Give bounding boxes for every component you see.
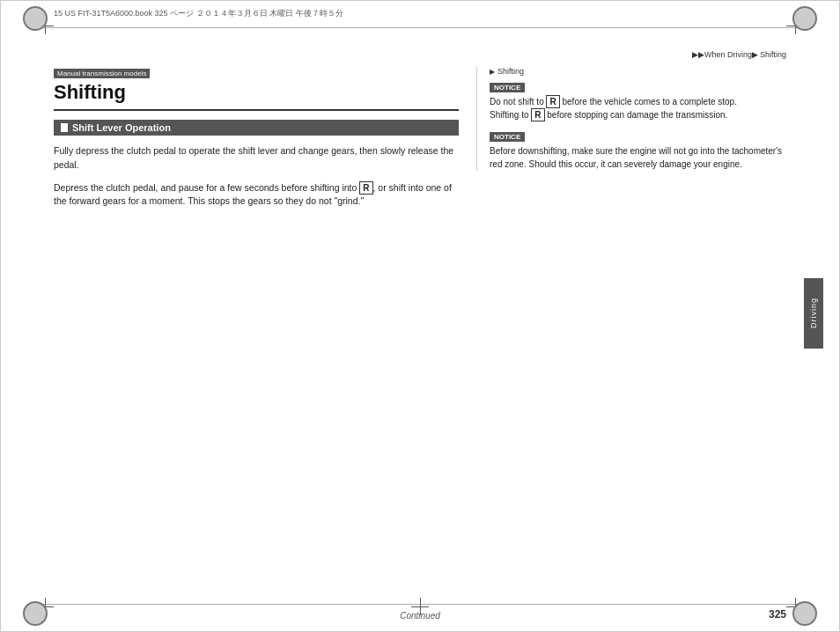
r-box-3: R bbox=[531, 108, 544, 121]
manual-label: Manual transmission models bbox=[54, 69, 150, 78]
right-col-heading: Shifting bbox=[490, 67, 786, 76]
notice-text-1: Do not shift to R before the vehicle com… bbox=[490, 95, 786, 121]
file-header: 15 US FIT-31T5A6000.book 325 ページ ２０１４年３月… bbox=[54, 8, 786, 19]
page-title: Shifting bbox=[54, 81, 459, 111]
circle-tl bbox=[23, 6, 48, 31]
breadcrumb-prefix: ▶▶When Driving▶ bbox=[692, 50, 758, 59]
body-paragraph-1: Fully depress the clutch pedal to operat… bbox=[54, 144, 459, 173]
circle-br bbox=[792, 601, 817, 626]
page-number: 325 bbox=[769, 608, 786, 621]
section-heading: Shift Lever Operation bbox=[54, 120, 459, 136]
sidebar-tab-label: Driving bbox=[809, 298, 818, 328]
r-box-1: R bbox=[359, 181, 372, 195]
breadcrumb-current: Shifting bbox=[760, 50, 786, 59]
continued-text: Continued bbox=[400, 611, 440, 621]
r-box-2: R bbox=[546, 95, 559, 108]
notice-box-2: NOTICE Before downshifting, make sure th… bbox=[490, 130, 786, 171]
content-area: Manual transmission models Shifting Shif… bbox=[54, 67, 786, 596]
notice-text-2: Before downshifting, make sure the engin… bbox=[490, 144, 786, 171]
right-heading-text: Shifting bbox=[497, 67, 524, 76]
right-col-content: Shifting NOTICE Do not shift to R before… bbox=[476, 67, 786, 171]
notice-box-1: NOTICE Do not shift to R before the vehi… bbox=[490, 81, 786, 121]
notice-label-1: NOTICE bbox=[490, 83, 525, 92]
circle-tr bbox=[792, 6, 817, 31]
notice-label-2: NOTICE bbox=[490, 132, 525, 142]
page-container: 15 US FIT-31T5A6000.book 325 ページ ２０１４年３月… bbox=[0, 0, 840, 632]
file-header-text: 15 US FIT-31T5A6000.book 325 ページ ２０１４年３月… bbox=[54, 8, 343, 19]
top-rule bbox=[27, 27, 813, 28]
right-column: Shifting NOTICE Do not shift to R before… bbox=[476, 67, 786, 596]
breadcrumb: ▶▶When Driving▶ Shifting bbox=[692, 50, 786, 59]
body-paragraph-2: Depress the clutch pedal, and pause for … bbox=[54, 181, 459, 209]
circle-bl bbox=[23, 601, 48, 626]
left-column: Manual transmission models Shifting Shif… bbox=[54, 67, 459, 596]
sidebar-tab: Driving bbox=[804, 278, 823, 349]
section-heading-text: Shift Lever Operation bbox=[72, 122, 171, 133]
